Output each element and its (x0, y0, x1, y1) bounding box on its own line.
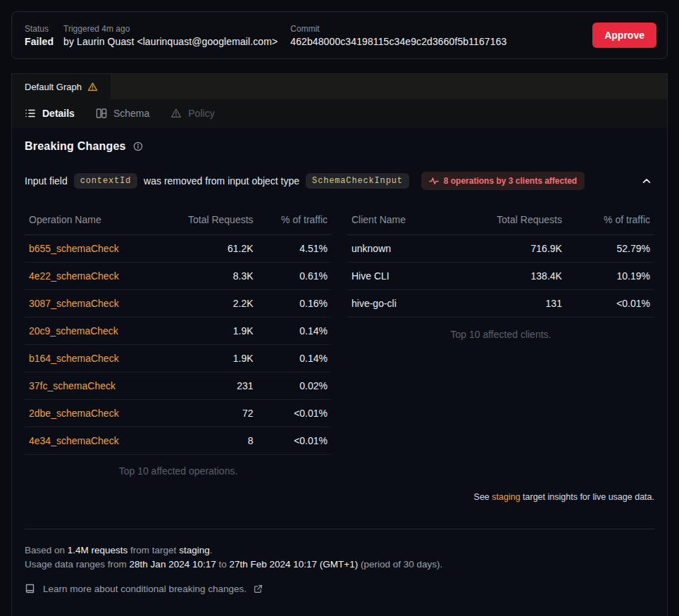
traffic-cell: 0.02% (258, 372, 332, 400)
approve-button[interactable]: Approve (592, 23, 656, 48)
status-block: Status Failed (25, 24, 54, 47)
operations-table: Operation Name Total Requests % of traff… (25, 206, 332, 455)
client-name-cell: hive-go-cli (347, 290, 448, 318)
impact-badge-label: 8 operations by 3 clients affected (444, 176, 577, 186)
book-icon (25, 583, 36, 594)
based-on-line: Based on 1.4M requests from target stagi… (25, 543, 654, 558)
date-range-line: Usage data ranges from 28th Jan 2024 10:… (25, 558, 654, 572)
range-period-text: (period of 30 days). (358, 559, 442, 570)
commit-hash: 462b48000c34198115c34e9c2d3660f5b1167163 (290, 36, 506, 47)
see-staging-line: See staging target insights for live usa… (25, 492, 654, 502)
status-label: Status (25, 24, 54, 34)
schema-icon (96, 108, 107, 119)
traffic-cell: <0.01% (258, 427, 332, 455)
activity-pulse-icon (429, 176, 439, 186)
details-content: Breaking Changes Input field contextId w… (12, 127, 667, 616)
page-title: Breaking Changes (25, 140, 126, 153)
clients-table-col: Client Name Total Requests % of traffic … (347, 206, 654, 340)
learn-more-label: Learn more about conditional breaking ch… (43, 584, 247, 594)
table-row: 37fc_schemaCheck 231 0.02% (25, 372, 332, 400)
operation-link[interactable]: 3087_schemaCheck (29, 298, 119, 309)
traffic-cell: <0.01% (258, 400, 332, 427)
operations-header-row: Operation Name Total Requests % of traff… (25, 206, 332, 235)
request-count: 1.4M requests (68, 545, 128, 555)
range-end-date: 27th Feb 2024 10:17 (GMT+1) (229, 559, 358, 570)
table-row: 4e22_schemaCheck 8.3K 0.61% (25, 263, 332, 290)
operation-link[interactable]: b655_schemaCheck (29, 243, 119, 254)
info-icon[interactable] (133, 142, 143, 151)
table-row: 3087_schemaCheck 2.2K 0.16% (25, 290, 332, 318)
commit-label: Commit (290, 24, 506, 34)
tab-schema[interactable]: Schema (96, 108, 149, 119)
range-to-text: to (216, 559, 230, 570)
operation-link[interactable]: b164_schemaCheck (29, 353, 119, 364)
tab-schema-label: Schema (113, 108, 149, 119)
tab-details[interactable]: Details (25, 108, 75, 119)
graph-tab-strip: Default Graph (12, 74, 667, 99)
status-value: Failed (25, 36, 54, 47)
table-row: b655_schemaCheck 61.2K 4.51% (25, 235, 332, 263)
traffic-cell: 0.61% (258, 263, 332, 290)
total-requests-cell: 1.9K (158, 345, 258, 372)
total-requests-cell: 8 (158, 427, 258, 455)
traffic-cell: 4.51% (258, 235, 332, 263)
total-requests-cell: 231 (158, 372, 258, 400)
breaking-change-row: Input field contextId was removed from i… (25, 172, 654, 190)
operation-link[interactable]: 2dbe_schemaCheck (29, 408, 119, 419)
table-row: 4e34_schemaCheck 8 <0.01% (25, 427, 332, 455)
affected-tables-row: Operation Name Total Requests % of traff… (25, 206, 654, 477)
total-requests-cell: 61.2K (158, 235, 258, 263)
traffic-cell: 0.16% (258, 290, 332, 318)
column-header-operation-name: Operation Name (25, 206, 158, 235)
tab-policy-label: Policy (188, 108, 214, 119)
tab-details-label: Details (42, 108, 75, 119)
type-code-badge: SchemaCheckInput (306, 173, 409, 189)
subtab-row: Details Schema Policy (12, 99, 667, 127)
change-text-middle: was removed from input object type (144, 175, 299, 187)
column-header-total-requests: Total Requests (448, 206, 566, 235)
total-requests-cell: 131 (448, 290, 566, 318)
target-name: staging (179, 545, 210, 555)
triggered-by-value: by Laurin Quast <laurinquast@googlemail.… (63, 36, 278, 47)
range-start-date: 28th Jan 2024 10:17 (130, 559, 216, 570)
operation-link[interactable]: 37fc_schemaCheck (29, 380, 116, 391)
traffic-cell: 52.79% (566, 235, 654, 263)
table-row: unknown 716.9K 52.79% (347, 235, 654, 263)
external-link-icon (254, 584, 263, 593)
alert-triangle-icon (170, 108, 182, 119)
period-text: . (210, 545, 213, 555)
tab-default-graph[interactable]: Default Graph (12, 74, 111, 99)
clients-table: Client Name Total Requests % of traffic … (347, 206, 654, 318)
column-header-traffic: % of traffic (566, 206, 654, 235)
column-header-total-requests: Total Requests (158, 206, 258, 235)
operation-link[interactable]: 20c9_schemaCheck (29, 325, 118, 337)
tab-policy[interactable]: Policy (170, 108, 214, 119)
operation-link[interactable]: 4e34_schemaCheck (29, 435, 119, 446)
breaking-changes-heading-row: Breaking Changes (25, 140, 654, 153)
operation-link[interactable]: 4e22_schemaCheck (29, 270, 119, 282)
staging-target-link[interactable]: staging (492, 492, 520, 502)
learn-more-link[interactable]: Learn more about conditional breaking ch… (25, 583, 654, 594)
total-requests-cell: 716.9K (448, 235, 566, 263)
column-header-client-name: Client Name (347, 206, 448, 235)
schema-check-panel: Default Graph Details Schema Policy (11, 73, 668, 616)
change-text-before: Input field (25, 175, 68, 187)
traffic-cell: 10.19% (566, 263, 654, 290)
see-text-after: target insights for live usage data. (521, 492, 654, 502)
collapse-chevron-up-icon[interactable] (639, 173, 654, 189)
range-text-before: Usage data ranges from (25, 559, 130, 570)
total-requests-cell: 2.2K (158, 290, 258, 318)
field-code-badge: contextId (74, 173, 137, 189)
operations-caption: Top 10 affected operations. (25, 465, 332, 477)
total-requests-cell: 72 (158, 400, 258, 427)
client-name-cell: unknown (347, 235, 448, 263)
traffic-cell: 0.14% (258, 318, 332, 345)
traffic-cell: <0.01% (566, 290, 654, 318)
table-row: Hive CLI 138.4K 10.19% (347, 263, 654, 290)
total-requests-cell: 138.4K (448, 263, 566, 290)
triggered-label: Triggered 4m ago (63, 24, 278, 34)
see-text-before: See (474, 492, 492, 502)
traffic-cell: 0.14% (258, 345, 332, 372)
clients-header-row: Client Name Total Requests % of traffic (347, 206, 654, 235)
from-target-text: from target (127, 545, 179, 555)
